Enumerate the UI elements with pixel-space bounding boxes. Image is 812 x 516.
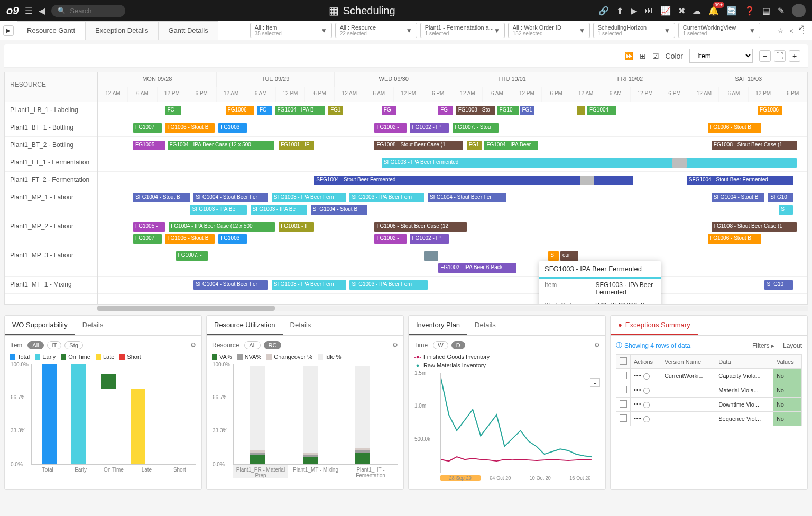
edit-icon[interactable]: ✎ (778, 6, 785, 16)
fullscreen-icon[interactable]: ⤢ (798, 23, 805, 32)
help-icon[interactable]: ❓ (744, 6, 755, 16)
gantt-bar[interactable] (690, 158, 797, 168)
gantt-bar[interactable]: FG1002 - (374, 234, 406, 244)
gantt-bar[interactable]: FC (165, 106, 181, 115)
filter-chip-2[interactable]: Plant1 - Fermenatation a...1 selected ▼ (420, 23, 505, 38)
gantt-bar[interactable]: FG1004 (587, 106, 616, 115)
gantt-bar[interactable]: FG1001 - IF (279, 222, 314, 232)
zoom-fit[interactable]: ⛶ (774, 50, 786, 62)
play-icon[interactable]: ▶ (631, 6, 637, 16)
col-header[interactable]: Version Name (661, 355, 715, 369)
pill-it[interactable]: IT (47, 341, 62, 349)
checkbox-all[interactable] (620, 357, 627, 365)
pill-stg[interactable]: Stg (64, 341, 83, 349)
expand-toggle[interactable]: ▶ (3, 25, 14, 36)
col-header[interactable]: Actions (631, 355, 661, 369)
tab-resource-gantt[interactable]: Resource Gantt (17, 21, 85, 40)
gantt-bar[interactable]: FG1008 - Sto (456, 106, 495, 115)
gantt-bar[interactable]: SFG1004 - Stout Beer Fermented (687, 176, 793, 185)
gantt-bar[interactable]: FG1008 - Stout Beer Case (12 (374, 222, 466, 232)
gantt-bar[interactable]: SFG10 (764, 280, 793, 290)
add-icon[interactable]: ⊞ (640, 52, 646, 60)
gantt-bar[interactable]: FG1002 - IP (410, 123, 449, 133)
gantt-bar[interactable]: FG1007 (133, 123, 162, 133)
gantt-bar[interactable] (577, 106, 585, 115)
gantt-bar[interactable]: FG1006 - Stout B (708, 234, 761, 244)
gantt-bar[interactable]: FG1006 - Stout B (165, 123, 215, 133)
checkbox[interactable] (620, 400, 627, 408)
col-header[interactable]: Values (773, 355, 801, 369)
gantt-bar[interactable]: SFG1004 - Stout Beer Fer (193, 280, 268, 290)
gantt-bar[interactable]: FG (438, 106, 453, 115)
gantt-bar[interactable]: FG1 (520, 106, 534, 115)
filter-chip-5[interactable]: CurrentWorkingView1 selected ▼ (678, 23, 760, 38)
forward-icon[interactable]: ⏭ (644, 6, 653, 15)
gantt-bar[interactable]: S (548, 251, 559, 261)
pill-all2[interactable]: All (244, 341, 260, 349)
cloud-icon[interactable]: ☁ (693, 6, 701, 16)
tab-resource-util[interactable]: Resource Utilization (207, 316, 283, 335)
gantt-bar[interactable]: FG1008 - Stout Beer Case (1 (374, 141, 463, 150)
gantt-bar[interactable]: FG1008 - Stout Beer Case (1 (712, 141, 797, 150)
filter-chip-4[interactable]: SchedulingHorizon1 selected ▼ (593, 23, 675, 38)
gantt-bar[interactable]: SFG10 (768, 193, 793, 202)
pill-d[interactable]: D (451, 341, 465, 349)
gantt-bar[interactable]: FG1006 (758, 106, 782, 115)
link-icon[interactable]: 🔗 (598, 6, 609, 16)
row-actions[interactable]: ••• (634, 372, 642, 379)
zoom-out[interactable]: − (759, 50, 771, 62)
color-select[interactable]: Item (689, 49, 753, 63)
gear-icon[interactable]: ⚙ (190, 342, 196, 349)
gantt-bar[interactable]: SFG1003 - IPA Beer Fern (272, 280, 346, 290)
gantt-scrollbar[interactable] (97, 306, 808, 311)
gantt-bar[interactable]: S (779, 205, 793, 215)
tab-wo-details[interactable]: Details (75, 316, 111, 335)
gantt-bar[interactable]: SFG1004 - Stout B (311, 205, 367, 215)
gantt-bar[interactable]: FC (257, 106, 272, 115)
row-actions[interactable]: ••• (634, 386, 642, 393)
star-icon[interactable]: ☆ (778, 27, 783, 34)
tab-inventory-details[interactable]: Details (467, 316, 503, 335)
filters-btn[interactable]: Filters ▸ (752, 342, 774, 349)
gantt-bar[interactable]: FG1004 - IPA B (275, 106, 325, 115)
avatar[interactable] (792, 4, 806, 17)
chart-icon[interactable]: 📈 (660, 6, 671, 16)
gantt-bar[interactable]: FG1002 - (374, 123, 406, 133)
gantt-bar[interactable]: SFG1003 - IPA Be (251, 205, 307, 215)
gantt-bar[interactable]: FG1004 - IPA Beer (484, 141, 538, 150)
filter-chip-0[interactable]: All : Item35 selected ▼ (250, 23, 332, 38)
tab-gantt-details[interactable]: Gantt Details (159, 21, 218, 40)
gantt-bar[interactable]: our (560, 251, 578, 261)
gantt-bar[interactable]: SFG1004 - Stout B (712, 193, 765, 202)
gantt-bar[interactable]: FG1006 - Stout B (708, 123, 761, 133)
checkbox[interactable] (620, 386, 627, 393)
tab-exceptions[interactable]: ● Exceptions Summary (611, 316, 698, 335)
gantt-bar[interactable] (580, 176, 595, 185)
gantt-bar[interactable]: FG1007. - Stou (453, 123, 499, 133)
filter-chip-1[interactable]: All : Resource22 selected ▼ (335, 23, 417, 38)
gantt-bar[interactable]: FG1 (328, 106, 343, 115)
gantt-bar[interactable]: FG1006 (226, 106, 254, 115)
check-icon[interactable]: ☑ (652, 52, 659, 60)
gantt-bar[interactable]: SFG1003 - IPA Beer Fern (349, 280, 428, 290)
gantt-bar[interactable]: FG1007 (133, 234, 162, 244)
search-input[interactable] (70, 7, 119, 15)
gantt-bar[interactable]: SFG1003 - IPA Beer Fern (349, 193, 424, 202)
gantt-bar[interactable]: FG1003 (218, 234, 247, 244)
zoom-in[interactable]: + (789, 50, 800, 62)
gantt-bar[interactable]: FG (382, 106, 396, 115)
gantt-bar[interactable]: SFG1003 - IPA Beer Fern (272, 193, 346, 202)
pill-rc[interactable]: RC (264, 341, 282, 349)
gantt-bar[interactable] (424, 251, 438, 261)
tab-inventory-plan[interactable]: Inventory Plan (409, 316, 467, 335)
gantt-bar[interactable]: FG1008 - Stout Beer Case (1 (712, 222, 797, 232)
back-icon[interactable]: ◀ (39, 6, 45, 16)
gantt-bar[interactable]: FG1004 - IPA Beer Case (12 x 500 (168, 141, 274, 150)
tab-resource-details[interactable]: Details (283, 316, 319, 335)
gantt-bar[interactable]: FG10 (497, 106, 519, 115)
gantt-bar[interactable]: FG1007. - (176, 251, 208, 261)
gantt-bar[interactable]: SFG1004 - Stout Beer Fer (193, 193, 268, 202)
gantt-bar[interactable]: FG1 (467, 141, 483, 150)
search-box[interactable]: 🔍 (51, 5, 125, 17)
gear-icon[interactable]: ⚙ (594, 342, 600, 349)
